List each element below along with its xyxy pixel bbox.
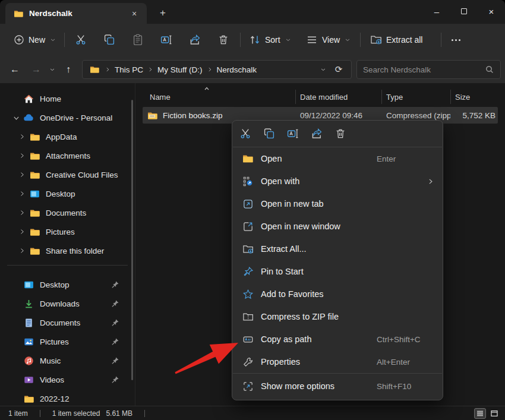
sidebar-item-pictures[interactable]: Pictures (2, 222, 132, 241)
up-button[interactable]: ↑ (59, 61, 77, 78)
star-icon (242, 289, 254, 300)
sidebar-pinned-desktop[interactable]: Desktop (2, 275, 132, 294)
rename-button[interactable] (154, 29, 178, 50)
breadcrumb-this-pc[interactable]: This PC (112, 64, 146, 75)
chevron-right-icon[interactable] (18, 152, 26, 159)
paste-button[interactable] (126, 29, 150, 50)
cut-button[interactable] (69, 29, 93, 50)
folder-icon (90, 65, 99, 74)
menu-item-pin-to-start[interactable]: Pin to Start (232, 260, 443, 283)
sidebar-item-attachments[interactable]: Attachments (2, 146, 132, 165)
menu-item-add-to-favorites[interactable]: Add to Favorites (232, 283, 443, 305)
column-header-name[interactable]: Name (150, 93, 171, 102)
details-view-button[interactable] (474, 408, 486, 419)
menu-item-show-more-options[interactable]: Show more options Shift+F10 (232, 374, 443, 399)
sidebar-item-2022-12[interactable]: 2022-12 (2, 389, 132, 406)
menu-item-label: Extract All... (261, 244, 307, 254)
sidebar-scrollbar[interactable] (131, 100, 133, 380)
search-input[interactable] (363, 65, 485, 74)
menu-item-compress-to-zip[interactable]: Compress to ZIP file (232, 305, 443, 328)
chevron-right-icon[interactable] (18, 209, 26, 216)
sidebar-pinned-pictures[interactable]: Pictures (2, 332, 132, 351)
sidebar-item-onedrive[interactable]: OneDrive - Personal (2, 108, 132, 127)
rename-button[interactable] (283, 124, 302, 143)
chevron-right-icon[interactable] (18, 190, 26, 197)
refresh-button[interactable]: ⟳ (331, 62, 346, 77)
back-button[interactable]: ← (6, 61, 24, 78)
sort-button[interactable]: Sort (244, 29, 297, 50)
sidebar-item-label: Videos (40, 375, 64, 384)
menu-item-open[interactable]: Open Enter (232, 147, 443, 170)
address-bar[interactable]: This PC My Stuff (D:) Nerdschalk ⟳ (82, 60, 352, 79)
sidebar-item-creative-cloud-files[interactable]: Creative Cloud Files (2, 165, 132, 184)
address-bar-row: ← → ↑ This PC My Stuff (D:) Nerdschalk ⟳ (0, 56, 505, 83)
menu-item-extract-all[interactable]: Extract All... (232, 238, 443, 260)
sidebar-item-documents[interactable]: Documents (2, 203, 132, 222)
sidebar-pinned-documents[interactable]: Documents (2, 313, 132, 332)
chevron-right-icon[interactable] (18, 228, 26, 235)
pin-icon (111, 280, 119, 289)
address-dropdown-button[interactable] (315, 62, 331, 77)
forward-button[interactable]: → (27, 61, 45, 78)
sidebar-pinned-downloads[interactable]: Downloads (2, 294, 132, 313)
breadcrumb-my-stuff[interactable]: My Stuff (D:) (155, 64, 205, 75)
menu-item-open-with[interactable]: Open with (232, 170, 443, 192)
window-controls: – × (423, 0, 505, 23)
cut-button[interactable] (236, 124, 255, 143)
selection-count: 1 item selected (52, 409, 100, 418)
copy-button[interactable] (97, 29, 121, 50)
paste-icon (132, 34, 144, 46)
share-button[interactable] (307, 124, 326, 143)
large-icons-view-button[interactable] (488, 408, 500, 419)
sidebar-item-label: Attachments (46, 151, 90, 160)
column-separator[interactable] (381, 90, 382, 104)
column-separator[interactable] (295, 90, 296, 104)
pin-icon (111, 318, 119, 327)
menu-item-open-in-new-tab[interactable]: Open in new tab (232, 192, 443, 215)
new-button[interactable]: New (8, 29, 62, 50)
cut-icon (239, 128, 251, 140)
open-folder-icon (242, 153, 253, 164)
sidebar-pinned-videos[interactable]: Videos (2, 370, 132, 389)
chevron-right-icon[interactable] (18, 247, 26, 254)
delete-button[interactable] (331, 124, 350, 143)
column-separator[interactable] (450, 90, 451, 104)
copy-button[interactable] (260, 124, 279, 143)
recent-locations-button[interactable] (45, 61, 59, 78)
breadcrumb-nerdschalk[interactable]: Nerdschalk (214, 64, 260, 75)
menu-shortcut: Alt+Enter (377, 358, 410, 367)
chevron-right-icon[interactable] (18, 133, 26, 140)
new-tab-button[interactable]: + (154, 5, 171, 21)
see-more-button[interactable] (444, 29, 467, 50)
pictures-icon (24, 337, 34, 347)
open-new-window-icon (242, 221, 254, 232)
sidebar-item-desktop[interactable]: Desktop (2, 184, 132, 203)
maximize-button[interactable] (450, 0, 478, 23)
sidebar-item-home[interactable]: Home (2, 89, 132, 108)
command-bar: New Sort View Extract all (0, 24, 505, 56)
toolbar-separator (360, 33, 361, 47)
menu-item-open-in-new-window[interactable]: Open in new window (232, 215, 443, 238)
sidebar-item-appdata[interactable]: AppData (2, 127, 132, 146)
minimize-button[interactable]: – (423, 0, 450, 23)
sidebar-item-share-this-folder[interactable]: Share this folder (2, 241, 132, 260)
chevron-right-icon[interactable] (18, 171, 26, 178)
titlebar: Nerdschalk × + – × (0, 0, 505, 24)
column-header-size[interactable]: Size (455, 93, 470, 102)
close-button[interactable]: × (478, 0, 505, 23)
extract-all-button[interactable]: Extract all (365, 29, 428, 50)
tab-close-button[interactable]: × (128, 7, 141, 20)
view-button[interactable]: View (301, 29, 356, 50)
home-icon (24, 94, 34, 104)
delete-button[interactable] (212, 29, 235, 50)
context-menu-icon-row (232, 121, 443, 147)
sort-button-label: Sort (265, 35, 280, 45)
menu-item-copy-as-path[interactable]: Copy as path Ctrl+Shift+C (232, 328, 443, 350)
sidebar-pinned-music[interactable]: Music (2, 351, 132, 370)
column-header-type[interactable]: Type (386, 93, 403, 102)
share-button[interactable] (183, 29, 207, 50)
chevron-down-icon[interactable] (12, 114, 20, 122)
menu-item-properties[interactable]: Properties Alt+Enter (232, 350, 443, 373)
explorer-tab[interactable]: Nerdschalk × (5, 3, 147, 24)
column-header-date-modified[interactable]: Date modified (300, 93, 348, 102)
